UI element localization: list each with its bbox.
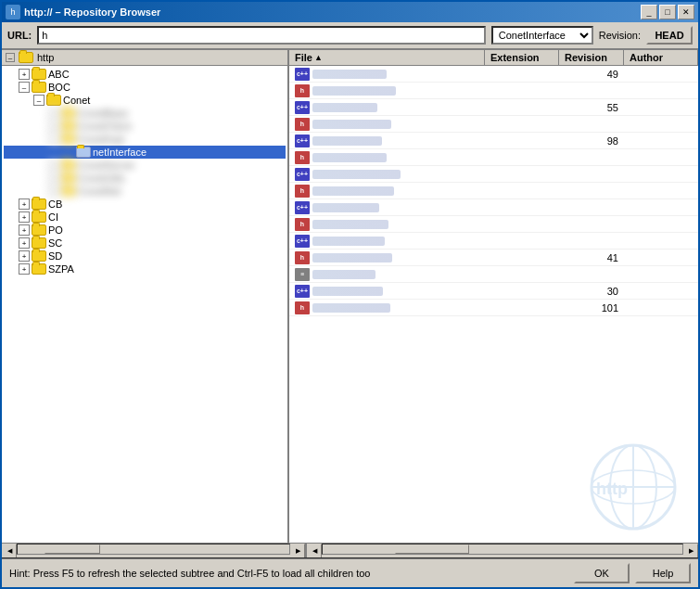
tree-item-boc[interactable]: – BOC	[4, 81, 286, 94]
col-file[interactable]: File ▲	[289, 50, 485, 65]
scroll-thumb-right[interactable]	[395, 544, 469, 554]
branch-select[interactable]: ConetInterface main trunk	[491, 26, 593, 45]
scroll-right-button[interactable]: ▶	[290, 544, 305, 558]
expand-ci[interactable]: +	[19, 211, 30, 223]
tree-item-ci[interactable]: + CI	[4, 211, 286, 224]
expand-szpa[interactable]: +	[19, 263, 30, 275]
file-row[interactable]: c++	[289, 166, 698, 183]
h-icon: h	[295, 151, 310, 164]
ok-button[interactable]: OK	[574, 563, 630, 583]
file-row[interactable]: c++ 98	[289, 133, 698, 149]
revision-button[interactable]: HEAD	[646, 26, 693, 45]
scroll-track-right[interactable]	[322, 544, 683, 555]
col-author[interactable]: Author	[624, 50, 698, 65]
expand-abc[interactable]: +	[19, 69, 30, 80]
expand-sub3[interactable]: –	[48, 134, 59, 145]
tree-item-szpa[interactable]: + SZPA	[4, 262, 286, 275]
h-icon: h	[295, 301, 310, 314]
expand-sub4[interactable]: +	[48, 160, 59, 171]
main-content: – http + ABC – BOC –	[2, 49, 698, 543]
tree-item-sub6[interactable]: + ConetNet	[4, 185, 286, 198]
file-ext-cell	[485, 240, 559, 242]
file-row[interactable]: c++ 30	[289, 283, 698, 300]
file-rev-cell: 49	[559, 68, 624, 81]
file-name-cell: c++	[289, 167, 485, 182]
cpp-icon: c++	[295, 168, 310, 181]
file-row[interactable]: c++ 55	[289, 99, 698, 116]
help-button[interactable]: Help	[635, 563, 691, 583]
tree-item-conet[interactable]: – Conet	[4, 94, 286, 107]
minimize-button[interactable]: _	[641, 5, 657, 19]
url-input[interactable]	[37, 26, 485, 45]
file-row[interactable]: c++	[289, 199, 698, 216]
file-ext-cell	[485, 207, 559, 209]
file-row[interactable]: h	[289, 116, 698, 133]
root-label: http	[37, 52, 54, 63]
file-row[interactable]: h 101	[289, 300, 698, 316]
file-auth-cell	[624, 224, 698, 225]
tree-label-boc: BOC	[48, 82, 70, 93]
expand-conet[interactable]: –	[33, 95, 45, 106]
file-row[interactable]: c++ 49	[289, 66, 698, 83]
file-row[interactable]: h	[289, 149, 698, 166]
file-row[interactable]: h	[289, 216, 698, 233]
tree-item-sub2[interactable]: + ConetClient	[4, 120, 286, 133]
file-row[interactable]: c++	[289, 233, 698, 250]
expand-sd[interactable]: +	[19, 250, 30, 262]
expand-sub6[interactable]: +	[48, 186, 59, 197]
folder-icon-sub6	[61, 186, 76, 197]
file-name-cell: c++	[289, 67, 485, 82]
file-row[interactable]: h	[289, 183, 698, 199]
file-name-blurred	[312, 153, 387, 162]
file-rev-cell: 101	[559, 301, 624, 314]
file-name-blurred	[312, 287, 383, 296]
close-button[interactable]: ✕	[678, 5, 694, 19]
expand-sub1[interactable]: +	[48, 108, 59, 119]
tree-item-cb[interactable]: + CB	[4, 198, 286, 211]
scroll-thumb-left[interactable]	[45, 544, 100, 554]
tree-label-sc: SC	[48, 237, 62, 249]
file-name-cell: c++	[289, 134, 485, 148]
expand-sub2[interactable]: +	[48, 121, 59, 132]
tree-item-sc[interactable]: + SC	[4, 237, 286, 250]
maximize-button[interactable]: □	[659, 5, 676, 19]
expand-po[interactable]: +	[19, 224, 30, 236]
tree-item-netinterface[interactable]: netInterface	[4, 146, 286, 159]
file-auth-cell	[624, 307, 698, 309]
file-rev-cell: 30	[559, 285, 624, 298]
tree-item-abc[interactable]: + ABC	[4, 68, 286, 81]
tree-item-sub3[interactable]: – ConetImpl	[4, 133, 286, 146]
expand-sc[interactable]: +	[19, 237, 30, 249]
expand-cb[interactable]: +	[19, 198, 30, 210]
title-bar-left: h http:// – Repository Browser	[6, 5, 160, 19]
file-name-blurred	[312, 120, 391, 129]
expand-boc[interactable]: –	[19, 82, 30, 93]
file-auth-cell	[624, 157, 698, 159]
folder-icon-sc	[32, 237, 46, 249]
expand-sub5[interactable]: +	[48, 173, 59, 184]
app-icon: h	[6, 5, 20, 19]
tree-item-sub4[interactable]: + ConetServer	[4, 159, 286, 172]
collapse-button[interactable]: –	[6, 53, 15, 62]
file-row[interactable]: h	[289, 83, 698, 99]
window-title: http:// – Repository Browser	[24, 6, 160, 18]
file-list[interactable]: c++ 49 h	[289, 66, 698, 543]
folder-icon-sub3	[61, 134, 76, 145]
file-row[interactable]: ≡	[289, 266, 698, 283]
col-extension[interactable]: Extension	[485, 50, 559, 65]
file-ext-cell	[485, 157, 559, 159]
tree-item-sub5[interactable]: + ConetUtils	[4, 172, 286, 185]
tree-item-sd[interactable]: + SD	[4, 250, 286, 262]
file-rev-cell: 98	[559, 134, 624, 147]
file-row[interactable]: h 41	[289, 250, 698, 266]
scroll-left2-button[interactable]: ◀	[307, 544, 322, 558]
scroll-left-button[interactable]: ◀	[2, 544, 17, 558]
tree-item-sub1[interactable]: + ConetBase	[4, 107, 286, 120]
scroll-track-left[interactable]	[17, 544, 290, 555]
col-revision[interactable]: Revision	[559, 50, 624, 65]
tree-item-po[interactable]: + PO	[4, 224, 286, 237]
horizontal-scrollbar[interactable]: ◀ ▶ ◀ ▶	[2, 543, 698, 557]
tree-area[interactable]: + ABC – BOC – Conet +	[2, 66, 287, 543]
scroll-right2-button[interactable]: ▶	[683, 544, 698, 558]
folder-icon-ci	[32, 211, 46, 223]
